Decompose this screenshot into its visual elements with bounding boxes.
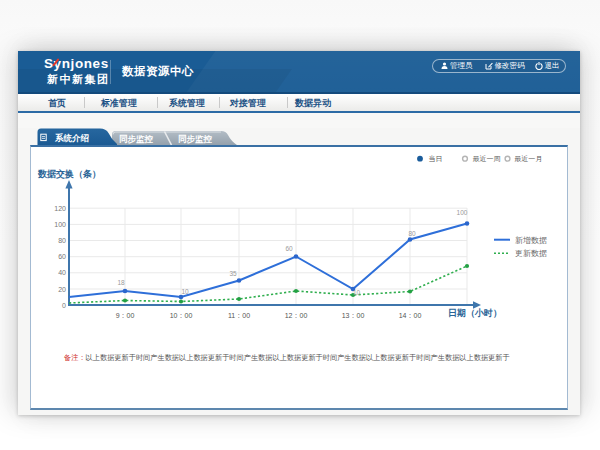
svg-text:当日: 当日 <box>429 155 443 163</box>
svg-text:0: 0 <box>62 302 66 309</box>
svg-text:更新数据: 更新数据 <box>515 249 547 258</box>
svg-text:80: 80 <box>408 230 416 237</box>
svg-text:120: 120 <box>54 205 66 212</box>
svg-text:10: 10 <box>181 288 189 295</box>
svg-text:10: 10 <box>353 289 361 296</box>
svg-text:14：00: 14：00 <box>399 312 422 319</box>
svg-text:11：00: 11：00 <box>228 312 250 319</box>
svg-text:100: 100 <box>457 209 468 216</box>
svg-text:新增数据: 新增数据 <box>515 236 547 245</box>
svg-text:13：00: 13：00 <box>342 312 365 319</box>
svg-text:100: 100 <box>54 221 66 228</box>
svg-text:35: 35 <box>229 270 237 277</box>
svg-text:最近一周: 最近一周 <box>473 155 501 162</box>
svg-text:9：00: 9：00 <box>116 312 135 319</box>
svg-text:12：00: 12：00 <box>285 312 308 319</box>
svg-text:日期（小时）: 日期（小时） <box>448 308 502 318</box>
svg-text:40: 40 <box>58 269 66 276</box>
svg-text:18: 18 <box>117 279 125 286</box>
svg-text:60: 60 <box>285 245 293 252</box>
svg-text:最近一月: 最近一月 <box>514 155 542 163</box>
svg-text:10：00: 10：00 <box>170 312 193 319</box>
svg-text:60: 60 <box>58 253 66 260</box>
svg-text:80: 80 <box>58 237 66 244</box>
svg-text:数据交换（条）: 数据交换（条） <box>37 169 101 179</box>
svg-text:20: 20 <box>58 286 66 293</box>
